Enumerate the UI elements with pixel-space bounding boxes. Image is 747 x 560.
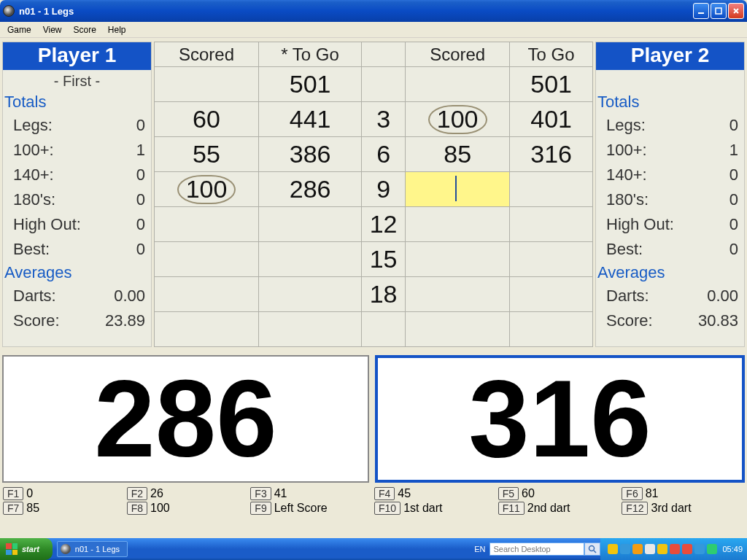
fkey-f8[interactable]: F8100 bbox=[127, 502, 249, 515]
taskbar-clock[interactable]: 05:49 bbox=[722, 545, 743, 553]
fkey-f7[interactable]: F785 bbox=[3, 502, 125, 515]
p1-togo-cell: 501 bbox=[259, 67, 362, 102]
menubar: Game View Score Help bbox=[0, 22, 747, 38]
fkey-f3[interactable]: F341 bbox=[250, 487, 373, 500]
player2-100plus: 100+:1 bbox=[596, 138, 744, 163]
fkey-f6[interactable]: F681 bbox=[622, 487, 744, 500]
tray-icon[interactable] bbox=[670, 544, 680, 554]
score-row bbox=[155, 312, 593, 347]
p2-scored-cell bbox=[406, 242, 510, 277]
taskbar: start n01 - 1 Legs EN 05:49 bbox=[0, 538, 747, 560]
p1-scored-cell: 55 bbox=[155, 137, 259, 172]
fkey-f1[interactable]: F10 bbox=[3, 487, 125, 500]
dart-count-cell: 15 bbox=[362, 242, 406, 277]
player2-averages-label: Averages bbox=[596, 262, 744, 284]
p1-togo-cell: 386 bbox=[259, 137, 362, 172]
maximize-button[interactable] bbox=[711, 3, 727, 19]
dart-count-cell: 18 bbox=[362, 277, 406, 312]
window-title: n01 - 1 Legs bbox=[19, 6, 74, 17]
taskbar-app-label: n01 - 1 Legs bbox=[75, 545, 120, 553]
taskbar-search bbox=[489, 542, 600, 556]
player2-header: Player 2 bbox=[596, 42, 744, 70]
tray-icon[interactable] bbox=[632, 544, 643, 554]
p2-scored-cell bbox=[406, 67, 510, 102]
p1-scored-cell bbox=[155, 277, 259, 312]
dart-count-cell: 12 bbox=[362, 207, 406, 242]
svg-line-5 bbox=[594, 551, 596, 553]
fkey-f9[interactable]: F9Left Score bbox=[250, 502, 373, 515]
p2-togo-cell bbox=[510, 277, 593, 312]
p2-scored-cell bbox=[406, 312, 510, 347]
p1-scored-cell: 60 bbox=[155, 102, 259, 137]
taskbar-search-input[interactable] bbox=[489, 542, 584, 556]
fkey-f11[interactable]: F112nd dart bbox=[498, 502, 621, 515]
fkey-f12[interactable]: F123rd dart bbox=[622, 502, 744, 515]
windows-logo-icon bbox=[6, 543, 18, 555]
player1-totals-label: Totals bbox=[3, 91, 151, 113]
tray-icon[interactable] bbox=[645, 544, 655, 554]
p2-togo-cell bbox=[510, 242, 593, 277]
p2-togo-cell: 316 bbox=[510, 137, 593, 172]
fkey-area: F10 F226 F341 F445 F560 F681 F785 F8100 … bbox=[0, 486, 747, 518]
player2-avg-darts: Darts:0.00 bbox=[596, 284, 744, 308]
p1-togo-cell bbox=[259, 312, 362, 347]
player1-averages-label: Averages bbox=[3, 262, 151, 284]
p2-togo-cell bbox=[510, 172, 593, 207]
tray-icon[interactable] bbox=[657, 544, 667, 554]
taskbar-search-button[interactable] bbox=[584, 542, 600, 556]
tray-icon[interactable] bbox=[707, 544, 717, 554]
p1-scored-cell bbox=[155, 312, 259, 347]
menu-score[interactable]: Score bbox=[67, 23, 101, 36]
tray-icon[interactable] bbox=[620, 544, 630, 554]
p2-scored-cell bbox=[406, 207, 510, 242]
search-icon bbox=[588, 545, 597, 553]
player1-first-label: - First - bbox=[3, 70, 151, 91]
p2-togo-cell bbox=[510, 312, 593, 347]
p2-togo-cell bbox=[510, 207, 593, 242]
dart-count-cell: 6 bbox=[362, 137, 406, 172]
score-row: 604413100401 bbox=[155, 102, 593, 137]
menu-view[interactable]: View bbox=[37, 23, 68, 36]
player2-140plus: 140+:0 bbox=[596, 163, 744, 187]
svg-rect-0 bbox=[698, 12, 704, 14]
player2-panel: Player 2 Totals Legs:0 100+:1 140+:0 180… bbox=[595, 42, 745, 347]
svg-rect-1 bbox=[716, 8, 721, 14]
fkey-f10[interactable]: F101st dart bbox=[374, 502, 497, 515]
p2-scored-cell[interactable] bbox=[406, 172, 510, 207]
fkey-f2[interactable]: F226 bbox=[127, 487, 249, 500]
taskbar-language[interactable]: EN bbox=[470, 545, 489, 553]
player2-remaining[interactable]: 316 bbox=[375, 355, 745, 483]
p1-togo-cell: 441 bbox=[259, 102, 362, 137]
score-row: 12 bbox=[155, 207, 593, 242]
player2-180s: 180's:0 bbox=[596, 187, 744, 212]
dart-count-cell bbox=[362, 312, 406, 347]
player1-panel: Player 1 - First - Totals Legs:0 100+:1 … bbox=[2, 42, 152, 347]
menu-game[interactable]: Game bbox=[1, 23, 37, 36]
dart-count-cell: 3 bbox=[362, 102, 406, 137]
system-tray: 05:49 bbox=[600, 538, 747, 560]
tray-icon[interactable] bbox=[682, 544, 692, 554]
th-togo-p2: To Go bbox=[510, 42, 593, 67]
p1-scored-cell bbox=[155, 207, 259, 242]
start-button-label: start bbox=[22, 545, 39, 553]
tray-icon[interactable] bbox=[608, 544, 618, 554]
minimize-button[interactable] bbox=[693, 3, 709, 19]
start-button[interactable]: start bbox=[0, 538, 53, 560]
p1-scored-cell bbox=[155, 242, 259, 277]
taskbar-app-item[interactable]: n01 - 1 Legs bbox=[57, 541, 128, 557]
p2-scored-cell: 100 bbox=[406, 102, 510, 137]
player1-header: Player 1 bbox=[3, 42, 151, 70]
p1-scored-cell bbox=[155, 67, 259, 102]
p2-togo-cell: 501 bbox=[510, 67, 593, 102]
score-table: Scored * To Go Scored To Go 501501604413… bbox=[154, 42, 593, 347]
tray-icon[interactable] bbox=[694, 544, 705, 554]
th-scored-p1: Scored bbox=[155, 42, 259, 67]
score-row: 15 bbox=[155, 242, 593, 277]
fkey-f5[interactable]: F560 bbox=[498, 487, 621, 500]
p1-togo-cell bbox=[259, 242, 362, 277]
close-button[interactable] bbox=[728, 3, 744, 19]
player1-legs: Legs:0 bbox=[3, 113, 151, 138]
fkey-f4[interactable]: F445 bbox=[374, 487, 497, 500]
menu-help[interactable]: Help bbox=[102, 23, 132, 36]
player1-remaining: 286 bbox=[2, 355, 369, 483]
